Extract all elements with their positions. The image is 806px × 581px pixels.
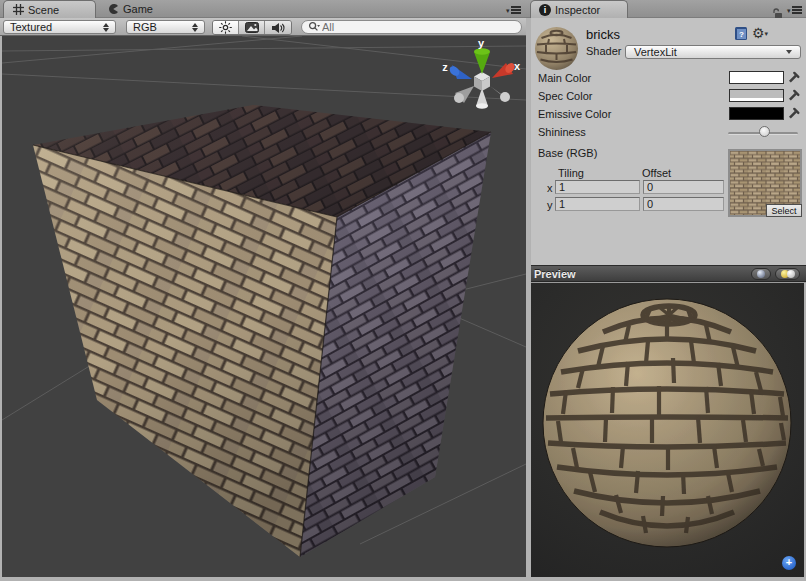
help-book-icon: ? [734,26,748,41]
tab-inspector-label: Inspector [555,4,600,16]
shininess-label: Shininess [538,126,586,138]
scene-lighting-toggle[interactable] [213,21,239,34]
window-frame-bottom [0,577,806,581]
eyedropper-icon[interactable] [787,88,801,102]
scene-toolbar: Textured RGB [0,18,526,36]
tiling-row-y-label: y [547,199,553,211]
scene-grid-icon [12,4,24,16]
spec-color-label: Spec Color [538,90,592,102]
svg-text:?: ? [739,30,744,39]
gizmo-z-label: z [442,61,448,73]
light-off-icon [787,270,795,278]
material-name: bricks [586,27,620,42]
speaker-icon [271,22,285,34]
scene-audio-toggle[interactable] [265,21,291,34]
inspector-tabbar: i Inspector ▾ [526,0,806,18]
image-icon [245,22,259,33]
base-texture-label: Base (RGB) [538,147,597,159]
eyedropper-icon[interactable] [787,70,801,84]
sphere-icon [757,270,765,278]
preview-shape-button[interactable] [751,268,771,280]
game-icon [107,3,119,15]
scene-skybox-toggle[interactable] [239,21,265,34]
draw-mode-value: Textured [10,21,52,33]
eyedropper-icon[interactable] [787,106,801,120]
scene-3d-view: y x z [2,36,526,577]
preview-title: Preview [534,268,576,280]
tiling-y-input[interactable] [555,197,640,211]
shader-value: VertexLit [634,46,677,58]
tab-scene-label: Scene [28,4,59,16]
preview-add-button[interactable]: + [782,556,796,570]
tab-game-label: Game [123,3,153,15]
gear-icon: ⚙ [752,25,765,41]
dropdown-arrow-icon [786,50,792,54]
panel-divider[interactable] [526,18,531,577]
gizmo-y-label: y [478,37,485,49]
scene-tabbar: Scene Game ▾ [0,0,526,18]
preview-sphere[interactable] [528,283,804,577]
tiling-row-x-label: x [547,182,553,194]
menu-bars-icon [792,6,802,14]
spec-color-swatch[interactable] [729,89,784,102]
gear-menu-button[interactable]: ⚙▾ [752,25,768,41]
texture-select-button[interactable]: Select [766,204,802,217]
draw-mode-dropdown[interactable]: Textured [3,20,116,34]
window-frame-left [0,36,2,577]
preview-header[interactable]: Preview [528,265,806,282]
dropdown-arrow-icon: ▾ [787,7,791,14]
main-color-swatch[interactable] [729,71,784,84]
shininess-slider-knob[interactable] [759,126,770,137]
tab-scene[interactable]: Scene [3,0,96,18]
offset-y-input[interactable] [643,197,724,211]
dropdown-arrow-icon: ▾ [506,7,510,14]
tab-inspector[interactable]: i Inspector [530,0,628,18]
scene-panel-menu-button[interactable]: ▾ [506,6,521,14]
dropdown-arrow-icon: ▾ [765,30,769,37]
main-color-label: Main Color [538,72,591,84]
material-ball-thumbnail [534,26,579,71]
tiling-column-header: Tiling [558,167,584,179]
shader-label: Shader [586,45,621,57]
offset-column-header: Offset [642,167,671,179]
scene-toggle-group [212,20,292,35]
updown-arrows-icon [103,23,109,32]
preview-lighting-button[interactable] [775,268,800,280]
sun-icon [219,21,232,34]
unity-editor-window: Scene Game ▾ Textured RGB [0,0,806,581]
help-button[interactable]: ? [734,26,748,43]
inspector-panel: bricks Shader VertexLit ? ⚙▾ Main Color … [531,18,806,265]
gizmo-x-label: x [514,60,521,72]
material-preview-area[interactable]: + [528,283,804,577]
inspector-panel-menu-button[interactable]: ▾ [787,6,802,14]
search-input[interactable] [322,21,492,33]
scene-search-field[interactable] [301,20,522,34]
tiling-x-input[interactable] [555,180,640,194]
menu-bars-icon [511,6,521,14]
shader-dropdown[interactable]: VertexLit [625,45,801,59]
offset-x-input[interactable] [643,180,724,194]
info-icon: i [539,4,551,16]
color-mode-dropdown[interactable]: RGB [126,20,205,34]
search-icon [308,21,320,33]
tab-game[interactable]: Game [99,0,171,18]
emissive-color-label: Emissive Color [538,108,611,120]
emissive-color-swatch[interactable] [729,107,784,120]
color-mode-value: RGB [133,21,157,33]
scene-viewport[interactable]: y x z [2,36,526,577]
updown-arrows-icon [192,23,198,32]
